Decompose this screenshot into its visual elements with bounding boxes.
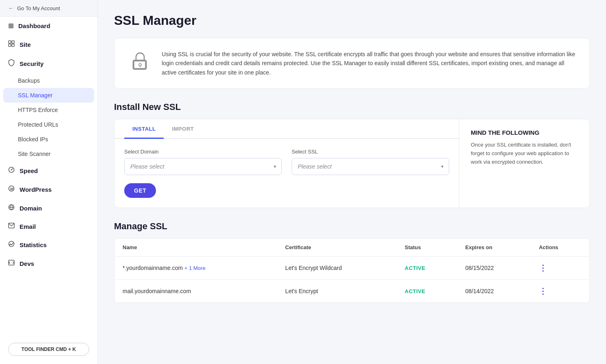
tool-finder-label: TOOL FINDER CMD + K (22, 346, 76, 352)
manage-section-title: Manage SSL (114, 221, 590, 232)
blocked-ips-label: Blocked IPs (18, 136, 48, 143)
https-enforce-label: HTTPS Enforce (18, 107, 58, 113)
sidebar-sub-item-backups[interactable]: Backups (0, 73, 97, 88)
sidebar-sub-item-https-enforce[interactable]: HTTPS Enforce (0, 103, 97, 117)
install-section-title: Install New SSL (114, 102, 590, 112)
sidebar-item-label-statistics: Statistics (20, 241, 47, 248)
select-domain-label: Select Domain (124, 149, 282, 155)
info-description: Using SSL is crucial for the security of… (162, 50, 576, 77)
protected-urls-label: Protected URLs (18, 121, 58, 128)
install-tabs: INSTALL IMPORT (114, 119, 459, 139)
back-arrow-icon: ← (8, 5, 14, 11)
table-row: *.yourdomainname.com + 1 More Let's Encr… (114, 257, 589, 280)
row1-name: *.yourdomainname.com + 1 More (114, 257, 277, 280)
row2-expires-on: 08/14/2022 (457, 280, 531, 303)
svg-text:W: W (10, 187, 14, 191)
install-card-body: INSTALL IMPORT Select Domain Please sele… (114, 119, 589, 208)
sidebar: ← Go To My Account ⊞ Dashboard Site Secu… (0, 0, 98, 364)
info-box: Using SSL is crucial for the security of… (114, 38, 590, 89)
select-domain-wrap: Please select ▾ (124, 158, 282, 175)
row2-status: ACTIVE (397, 280, 457, 303)
sidebar-item-label-security: Security (20, 60, 44, 67)
site-icon (8, 40, 15, 48)
tab-import[interactable]: IMPORT (164, 119, 202, 139)
sidebar-item-site[interactable]: Site (0, 35, 97, 54)
col-header-expires-on: Expires on (457, 239, 531, 257)
row2-certificate: Let's Encrypt (277, 280, 396, 303)
manage-ssl-table: Name Certificate Status Expires on Actio… (114, 239, 589, 303)
sidebar-item-wordpress[interactable]: W WordPress (0, 180, 97, 199)
row1-expires-on: 08/15/2022 (457, 257, 531, 280)
row1-actions-button[interactable]: ⋮ (539, 263, 547, 273)
table-body: *.yourdomainname.com + 1 More Let's Encr… (114, 257, 589, 303)
row2-actions: ⋮ (531, 280, 589, 303)
ssl-lock-icon (128, 50, 151, 74)
sidebar-item-speed[interactable]: Speed (0, 161, 97, 180)
mind-text: Once your SSL certificate is installed, … (471, 141, 578, 166)
go-to-my-account-link[interactable]: ← Go To My Account (0, 0, 97, 17)
sidebar-item-label-dashboard: Dashboard (18, 22, 50, 29)
svg-rect-1 (12, 41, 14, 43)
row1-domain: *.yourdomainname.com (123, 265, 183, 271)
dashboard-icon: ⊞ (8, 22, 13, 30)
select-ssl-input[interactable]: Please select (292, 158, 449, 175)
install-left-panel: INSTALL IMPORT Select Domain Please sele… (114, 119, 459, 208)
col-header-certificate: Certificate (277, 239, 396, 257)
sidebar-item-domain[interactable]: Domain (0, 199, 97, 217)
sidebar-item-label-wordpress: WordPress (20, 186, 52, 193)
domain-icon (8, 204, 15, 212)
tab-install[interactable]: INSTALL (124, 119, 164, 139)
row2-actions-button[interactable]: ⋮ (539, 286, 547, 296)
wordpress-icon: W (8, 185, 15, 193)
backups-label: Backups (18, 77, 40, 84)
sidebar-item-label-email: Email (20, 223, 36, 230)
row1-actions: ⋮ (531, 257, 589, 280)
sidebar-item-dashboard[interactable]: ⊞ Dashboard (0, 17, 97, 35)
sidebar-item-security[interactable]: Security (0, 54, 97, 73)
page-title: SSL Manager (114, 13, 590, 28)
go-to-my-account-label: Go To My Account (17, 5, 60, 11)
sidebar-sub-item-ssl-manager[interactable]: SSL Manager (3, 88, 94, 103)
select-ssl-group: Select SSL Please select ▾ (292, 149, 449, 175)
table-header: Name Certificate Status Expires on Actio… (114, 239, 589, 257)
row2-name: mail.yourdomainname.com (114, 280, 277, 303)
svg-rect-0 (9, 41, 11, 43)
tab-install-label: INSTALL (132, 126, 156, 132)
sidebar-sub-item-protected-urls[interactable]: Protected URLs (0, 117, 97, 132)
install-form-row: Select Domain Please select ▾ Select SSL (114, 139, 459, 175)
row1-more-link[interactable]: + 1 More (184, 265, 206, 271)
sidebar-item-email[interactable]: Email (0, 217, 97, 235)
statistics-icon (8, 241, 15, 249)
sidebar-item-label-site: Site (20, 41, 31, 48)
sidebar-sub-item-site-scanner[interactable]: Site Scanner (0, 147, 97, 161)
sidebar-item-statistics[interactable]: Statistics (0, 235, 97, 254)
sidebar-sub-item-blocked-ips[interactable]: Blocked IPs (0, 132, 97, 147)
select-domain-group: Select Domain Please select ▾ (124, 149, 282, 175)
speed-icon (8, 167, 15, 175)
svg-point-11 (9, 241, 14, 247)
sidebar-item-label-speed: Speed (20, 167, 38, 174)
sidebar-item-label-domain: Domain (20, 205, 42, 212)
main-content: SSL Manager Using SSL is crucial for the… (98, 0, 606, 364)
row1-status: ACTIVE (397, 257, 457, 280)
svg-rect-3 (12, 44, 14, 46)
get-button[interactable]: GET (124, 183, 156, 198)
manage-ssl-card: Name Certificate Status Expires on Actio… (114, 238, 590, 303)
status-badge: ACTIVE (405, 288, 426, 294)
svg-rect-2 (9, 44, 11, 46)
select-domain-input[interactable]: Please select (124, 158, 282, 175)
col-header-status: Status (397, 239, 457, 257)
sidebar-item-devs[interactable]: Devs (0, 254, 97, 273)
col-header-name: Name (114, 239, 277, 257)
svg-rect-12 (9, 260, 14, 265)
security-icon (8, 59, 15, 68)
ssl-manager-label: SSL Manager (18, 92, 53, 99)
tool-finder-button[interactable]: TOOL FINDER CMD + K (8, 343, 89, 356)
table-row: mail.yourdomainname.com Let's Encrypt AC… (114, 280, 589, 303)
tab-import-label: IMPORT (172, 126, 194, 132)
svg-rect-14 (134, 61, 145, 68)
status-badge: ACTIVE (405, 265, 426, 271)
row1-certificate: Let's Encrypt Wildcard (277, 257, 396, 280)
email-icon (8, 223, 15, 230)
ssl-icon-wrap (127, 50, 152, 74)
